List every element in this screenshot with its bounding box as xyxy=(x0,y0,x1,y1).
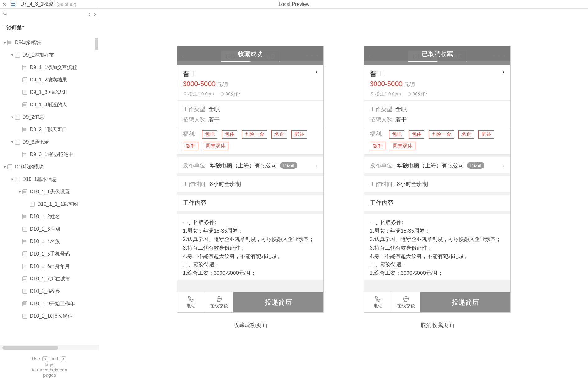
tree-item[interactable]: D10_1_4名族 xyxy=(0,235,99,248)
tree-item-label: D10_1_6出身年月 xyxy=(30,263,70,270)
page-icon xyxy=(22,227,27,232)
verified-badge: 已认证 xyxy=(280,162,297,169)
page-count: (39 of 92) xyxy=(53,2,76,7)
svg-point-4 xyxy=(219,298,220,299)
page-icon xyxy=(22,189,27,194)
prev-page-button[interactable]: ‹ xyxy=(89,11,90,17)
tree-item-label: D9_3通讯录 xyxy=(22,139,49,145)
toast-cancel: 已取消收藏 xyxy=(364,46,510,61)
tree-item[interactable]: D10_1_1_1裁剪图 xyxy=(0,198,99,210)
svg-point-3 xyxy=(218,298,218,299)
tree-item[interactable]: D10_1_10擅长岗位 xyxy=(0,310,99,322)
tree-item-label: D9勾搭模块 xyxy=(15,39,41,46)
submit-resume-button[interactable]: 投递简历 xyxy=(420,292,510,312)
preview-canvas: 收藏成功 ‹ 职位详情 企业信息 • • • 普工 • 3000-5000 元/… xyxy=(99,9,588,387)
search-icon[interactable] xyxy=(3,12,7,17)
chat-button[interactable]: 在线交谈 xyxy=(205,292,233,312)
tree-item-label: D9_1_2搜索结果 xyxy=(30,77,67,83)
tree-item[interactable]: D9_2_1聊天窗口 xyxy=(0,123,99,136)
chevron-right-icon: › xyxy=(503,162,505,169)
work-type-row: 工作类型: 全职 xyxy=(370,104,505,114)
hire-count-row: 招聘人数: 若干 xyxy=(370,114,505,125)
submit-resume-button[interactable]: 投递简历 xyxy=(233,292,323,312)
close-button[interactable]: ✕ xyxy=(0,2,9,7)
tree-item-label: D10_1_1头像设置 xyxy=(30,189,70,195)
tree-item-label: D10_1_5手机号码 xyxy=(30,251,70,257)
tree-item-label: D9_2消息 xyxy=(22,114,44,121)
tree-item[interactable]: D9_1_1添加交互流程 xyxy=(0,61,99,74)
phone-button[interactable]: 电话 xyxy=(177,292,205,312)
svg-point-1 xyxy=(185,93,185,94)
tree-item[interactable]: D10_1_7所在城市 xyxy=(0,273,99,285)
tree-item[interactable]: D10_1_8故乡 xyxy=(0,285,99,297)
search-filter-text: "沙师弟" xyxy=(0,20,99,36)
tree-item[interactable]: ▼D10_1基本信息 xyxy=(0,173,99,186)
tree-item-label: D9_1添加好友 xyxy=(22,52,54,58)
worktime-row: 工作时间: 8小时全班制 xyxy=(364,173,510,192)
tree-item-label: D9_2_1聊天窗口 xyxy=(30,127,67,133)
page-icon xyxy=(22,239,27,244)
page-icon xyxy=(22,301,27,306)
tree-item-label: D10_1_3性别 xyxy=(30,226,60,233)
verified-badge: 已认证 xyxy=(467,162,484,169)
page-icon xyxy=(15,115,20,120)
phone-button[interactable]: 电话 xyxy=(364,292,392,312)
tree-item-label: D9_1_3可能认识 xyxy=(30,89,67,96)
job-salary: 3000-5000 元/月 xyxy=(370,80,505,88)
tree-item[interactable]: ▼D9_3通讯录 xyxy=(0,136,99,148)
svg-point-9 xyxy=(406,298,407,299)
page-icon xyxy=(22,102,27,107)
scrollbar-thumb[interactable] xyxy=(95,38,98,50)
tree-item[interactable]: D10_1_5手机号码 xyxy=(0,248,99,260)
page-icon xyxy=(22,289,27,294)
chevron-right-icon: › xyxy=(316,162,318,169)
tree-item-label: D10_1_7所在城市 xyxy=(30,276,70,282)
tree-item[interactable]: D10_1_6出身年月 xyxy=(0,260,99,273)
page-icon xyxy=(22,214,27,219)
page-tree: ▼D9勾搭模块▼D9_1添加好友D9_1_1添加交互流程D9_1_2搜索结果D9… xyxy=(0,36,99,345)
tree-item-label: D10_1_10擅长岗位 xyxy=(30,313,73,320)
svg-point-6 xyxy=(371,93,372,94)
tree-item[interactable]: ▼D10我的模块 xyxy=(0,161,99,173)
job-menu-icon[interactable]: • xyxy=(503,69,504,76)
tree-item[interactable]: D9_1_3可能认识 xyxy=(0,86,99,99)
tree-item[interactable]: ▼D9_1添加好友 xyxy=(0,49,99,61)
benefits-row: 福利: 包吃 包住 五险一金 名企 房补 饭补 周末双休 xyxy=(364,128,510,155)
tree-item[interactable]: D10_1_9开始工作年 xyxy=(0,297,99,310)
page-icon xyxy=(22,276,27,281)
tree-item[interactable]: D9_1_2搜索结果 xyxy=(0,74,99,86)
tree-item[interactable]: D9_3_1通过/拒绝申 xyxy=(0,148,99,161)
tree-item-label: D9_1_1添加交互流程 xyxy=(30,64,77,71)
phone-mock-cancel: 已取消收藏 ‹ 职位详情 企业信息 • • • 普工 • 3000-5000 元… xyxy=(364,46,511,313)
tree-item[interactable]: D10_1_3性别 xyxy=(0,223,99,235)
time-meta: 30分钟 xyxy=(220,91,240,97)
toast-success: 收藏成功 xyxy=(177,46,323,61)
next-page-button[interactable]: › xyxy=(94,11,96,17)
menu-icon[interactable] xyxy=(9,2,17,7)
tree-item[interactable]: D9_1_4附近的人 xyxy=(0,99,99,111)
location-meta: 松江/10.0km xyxy=(183,91,214,97)
publisher-row[interactable]: 发布单位: 华硕电脑（上海）有限公司 已认证 › xyxy=(177,155,323,173)
tree-item[interactable]: ▼D10_1_1头像设置 xyxy=(0,186,99,198)
phone-mock-success: 收藏成功 ‹ 职位详情 企业信息 • • • 普工 • 3000-5000 元/… xyxy=(177,46,324,313)
page-icon xyxy=(22,314,27,319)
content-heading: 工作内容 xyxy=(364,192,510,211)
tree-item[interactable]: ▼D9_2消息 xyxy=(0,111,99,123)
tree-item-label: D10_1_8故乡 xyxy=(30,288,60,295)
page-icon xyxy=(30,202,35,207)
job-menu-icon[interactable]: • xyxy=(316,69,317,76)
horizontal-scrollbar[interactable] xyxy=(0,345,99,350)
chat-button[interactable]: 在线交谈 xyxy=(392,292,420,312)
page-icon xyxy=(22,127,27,132)
tree-item-label: D10_1基本信息 xyxy=(22,176,57,183)
job-title: 普工 xyxy=(183,69,318,79)
tree-item[interactable]: ▼D9勾搭模块 xyxy=(0,36,99,49)
tree-item[interactable]: D10_1_2姓名 xyxy=(0,210,99,223)
work-type-row: 工作类型: 全职 xyxy=(183,104,318,114)
content-heading: 工作内容 xyxy=(177,192,323,211)
page-icon xyxy=(7,40,12,45)
tree-item-label: D9_3_1通过/拒绝申 xyxy=(30,151,74,158)
tree-item-label: D10_1_9开始工作年 xyxy=(30,301,75,307)
publisher-row[interactable]: 发布单位: 华硕电脑（上海）有限公司 已认证 › xyxy=(364,155,510,173)
keyboard-hint: Use < and > keys to move between pages xyxy=(0,350,99,387)
